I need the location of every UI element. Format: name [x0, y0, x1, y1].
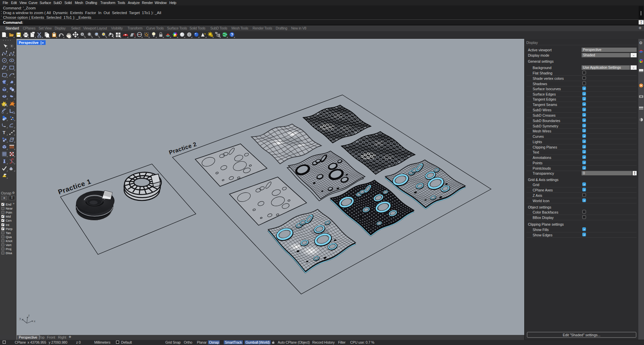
- svg-text:x: x: [34, 320, 36, 323]
- svg-text:y: y: [19, 317, 21, 320]
- svg-text:T: T: [3, 130, 5, 135]
- svg-text:?: ?: [231, 33, 233, 37]
- svg-text:⚙: ⚙: [639, 41, 643, 45]
- svg-text:z: z: [28, 314, 30, 317]
